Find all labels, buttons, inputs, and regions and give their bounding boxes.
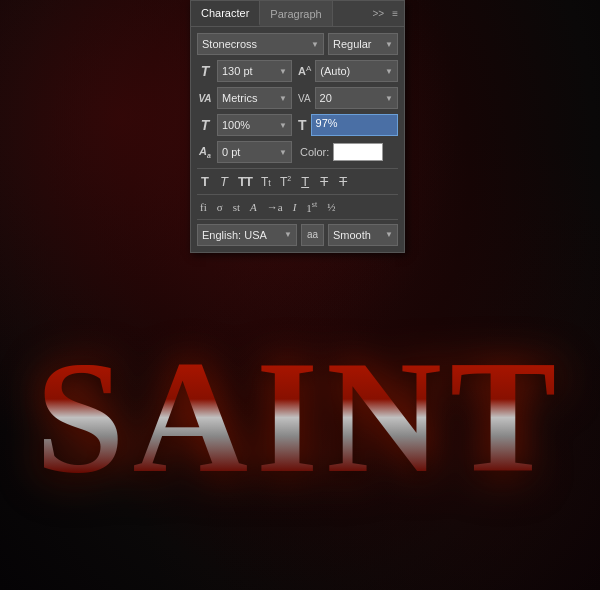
tab-character[interactable]: Character (191, 1, 260, 26)
kerning-arrow: ▼ (279, 94, 287, 103)
panel-menu-icon[interactable]: ≡ (390, 6, 400, 21)
type-btn-strikethrough[interactable]: T (316, 173, 332, 190)
scale-row: T 100% ▼ T 97% (197, 114, 398, 136)
font-style-dropdown[interactable]: Regular ▼ (328, 33, 398, 55)
kerning-row: VA Metrics ▼ VA 20 ▼ (197, 87, 398, 109)
language-dropdown[interactable]: English: USA ▼ (197, 224, 297, 246)
divider-2 (197, 194, 398, 195)
font-family-dropdown[interactable]: Stonecross ▼ (197, 33, 324, 55)
scale-v-icon: T (298, 117, 307, 133)
glyph-st[interactable]: st (230, 200, 243, 214)
tab-paragraph[interactable]: Paragraph (260, 1, 332, 26)
leading-arrow: ▼ (385, 67, 393, 76)
smooth-dropdown[interactable]: Smooth ▼ (328, 224, 398, 246)
type-btn-underline[interactable]: T (297, 173, 313, 190)
glyph-fraction[interactable]: ½ (324, 200, 338, 214)
glyph-ordinal[interactable]: 1st (303, 199, 320, 215)
panel-header-right: >> ≡ (370, 6, 404, 21)
baseline-icon: Aa (197, 145, 213, 159)
font-size-icon: T (197, 63, 213, 79)
divider-3 (197, 219, 398, 220)
glyph-row: fi σ st A →a I 1st ½ (197, 199, 398, 215)
font-family-row: Stonecross ▼ Regular ▼ (197, 33, 398, 55)
type-btn-italic[interactable]: T (216, 173, 232, 190)
character-panel: Character Paragraph >> ≡ Stonecross ▼ Re… (190, 0, 405, 253)
tracking-arrow: ▼ (385, 94, 393, 103)
aa-icon[interactable]: aa (301, 224, 324, 246)
glyph-italic-i[interactable]: I (290, 200, 300, 214)
type-btn-smallcaps[interactable]: Tt (258, 174, 274, 190)
leading-icon: AA (298, 65, 311, 77)
language-arrow: ▼ (284, 230, 292, 239)
glyph-a-alt[interactable]: A (247, 200, 260, 214)
glyph-sigma[interactable]: σ (214, 200, 226, 214)
scale-h-dropdown[interactable]: 100% ▼ (217, 114, 292, 136)
scale-h-arrow: ▼ (279, 121, 287, 130)
kerning-dropdown[interactable]: Metrics ▼ (217, 87, 292, 109)
panel-header: Character Paragraph >> ≡ (191, 1, 404, 27)
baseline-arrow: ▼ (279, 148, 287, 157)
baseline-dropdown[interactable]: 0 pt ▼ (217, 141, 292, 163)
leading-dropdown[interactable]: (Auto) ▼ (315, 60, 398, 82)
type-btn-superscript[interactable]: T2 (277, 174, 294, 190)
type-style-buttons: T T TT Tt T2 T T Ŧ (197, 173, 398, 190)
kerning-icon: VA (197, 93, 213, 104)
scale-v-input[interactable]: 97% (311, 114, 398, 136)
font-size-arrow: ▼ (279, 67, 287, 76)
smooth-arrow: ▼ (385, 230, 393, 239)
font-family-arrow: ▼ (311, 40, 319, 49)
panel-expand-icon[interactable]: >> (370, 6, 386, 21)
glyph-fi[interactable]: fi (197, 200, 210, 214)
type-btn-bold[interactable]: TT (235, 173, 255, 190)
baseline-color-row: Aa 0 pt ▼ Color: (197, 141, 398, 163)
font-style-arrow: ▼ (385, 40, 393, 49)
font-size-row: T 130 pt ▼ AA (Auto) ▼ (197, 60, 398, 82)
color-label: Color: (300, 146, 329, 158)
panel-body: Stonecross ▼ Regular ▼ T 130 pt ▼ AA (Au… (191, 27, 404, 252)
color-swatch[interactable] (333, 143, 383, 161)
divider-1 (197, 168, 398, 169)
type-btn-faux-bold[interactable]: Ŧ (335, 173, 351, 190)
tracking-icon: VA (298, 93, 311, 104)
bottom-row: English: USA ▼ aa Smooth ▼ (197, 224, 398, 246)
glyph-arrow-a[interactable]: →a (264, 200, 286, 214)
tracking-dropdown[interactable]: 20 ▼ (315, 87, 398, 109)
saint-text: SAINT (0, 325, 600, 510)
font-size-dropdown[interactable]: 130 pt ▼ (217, 60, 292, 82)
scale-h-icon: T (197, 117, 213, 133)
type-btn-regular[interactable]: T (197, 173, 213, 190)
